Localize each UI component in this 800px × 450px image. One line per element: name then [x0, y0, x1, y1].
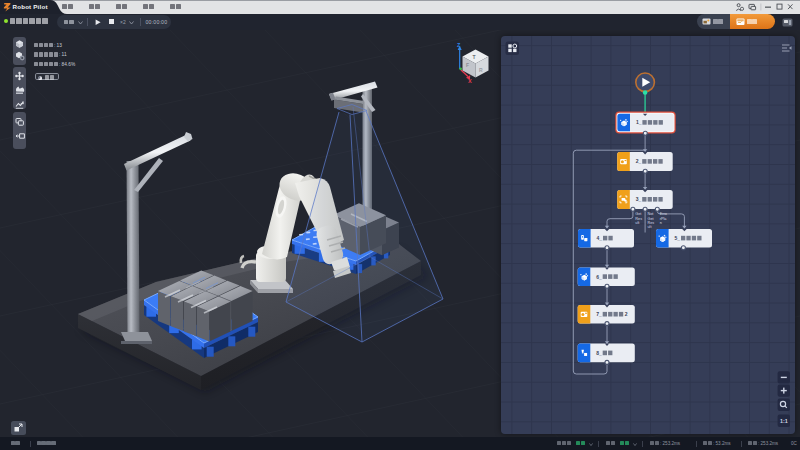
svg-text:2_: 2_ [635, 158, 641, 164]
svg-text:4_: 4_ [596, 235, 602, 241]
svg-text:7_: 7_ [596, 311, 602, 317]
svg-text:ult: ult [647, 225, 652, 229]
svg-text:X: X [468, 78, 472, 84]
svg-text:T: T [473, 54, 476, 60]
svg-text:ult: ult [635, 221, 640, 225]
svg-text:5_: 5_ [674, 235, 680, 241]
svg-text:3_: 3_ [635, 196, 641, 202]
svg-text:8_: 8_ [596, 350, 602, 356]
svg-text:1_: 1_ [636, 119, 642, 125]
svg-text:n: n [659, 221, 661, 225]
svg-text:6_: 6_ [596, 274, 602, 280]
svg-text:1:1: 1:1 [779, 418, 787, 424]
svg-text:R: R [479, 67, 483, 73]
svg-text:F: F [466, 62, 469, 68]
svg-text:2: 2 [624, 311, 627, 317]
